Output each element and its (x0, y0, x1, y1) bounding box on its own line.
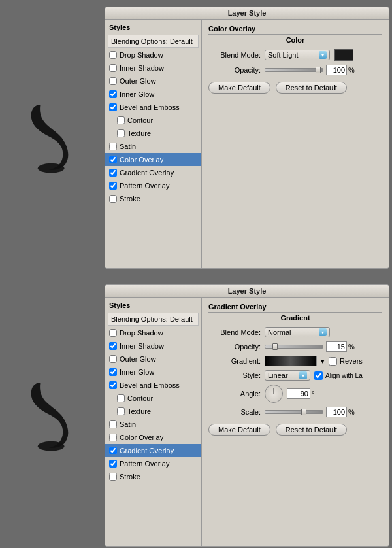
checkbox-outer-glow-1[interactable] (109, 77, 117, 85)
scale-slider-thumb-2[interactable] (301, 409, 306, 415)
checkbox-inner-shadow-2[interactable] (109, 342, 117, 350)
style-gradient-overlay-1[interactable]: Gradient Overlay (105, 166, 201, 179)
checkbox-satin-1[interactable] (109, 143, 117, 150)
checkbox-drop-shadow-2[interactable] (109, 329, 117, 337)
effect-panel-1: Color Overlay Color Blend Mode: Soft Lig… (202, 20, 389, 268)
checkbox-stroke-1[interactable] (109, 195, 117, 203)
style-stroke-2[interactable]: Stroke (105, 470, 201, 483)
svg-point-0 (38, 163, 65, 173)
make-default-btn-1[interactable]: Make Default (208, 82, 270, 94)
scale-unit-2: % (348, 408, 355, 416)
make-default-btn-2[interactable]: Make Default (208, 424, 270, 436)
opacity-input-1[interactable] (326, 65, 347, 75)
style-outer-glow-2[interactable]: Outer Glow (105, 352, 201, 366)
opacity-slider-track-1[interactable] (265, 68, 323, 72)
style-bevel-emboss-2[interactable]: Bevel and Emboss (105, 379, 201, 392)
style-arrow-2: ▾ (299, 371, 307, 379)
opacity-input-2[interactable] (326, 341, 347, 352)
scale-row-2: Scale: % (208, 407, 382, 417)
style-drop-shadow-2[interactable]: Drop Shadow (105, 326, 201, 339)
style-pattern-overlay-2[interactable]: Pattern Overlay (105, 457, 201, 470)
style-row-2: Style: Linear ▾ Align with La (208, 370, 382, 381)
opacity-slider-thumb-2[interactable] (272, 343, 278, 350)
checkbox-outer-glow-2[interactable] (109, 355, 117, 363)
gradient-arrow-2[interactable]: ▾ (321, 357, 325, 366)
blend-mode-value-2: Normal (268, 328, 316, 336)
styles-list-title-1: Styles (105, 22, 201, 34)
panel-title-2: Layer Style (105, 285, 389, 298)
checkbox-contour-1[interactable] (117, 116, 125, 124)
checkbox-stroke-2[interactable] (109, 473, 117, 481)
checkbox-inner-glow-2[interactable] (109, 368, 117, 376)
style-value-2: Linear (268, 371, 297, 379)
align-checkbox-2[interactable] (314, 371, 323, 380)
checkbox-gradient-overlay-1[interactable] (109, 169, 117, 177)
blend-mode-select-2[interactable]: Normal ▾ (265, 327, 330, 337)
style-contour-1[interactable]: Contour (105, 114, 201, 127)
style-inner-shadow-2[interactable]: Inner Shadow (105, 339, 201, 352)
checkbox-drop-shadow-1[interactable] (109, 51, 117, 59)
style-drop-shadow-1[interactable]: Drop Shadow (105, 48, 201, 61)
style-texture-1[interactable]: Texture (105, 127, 201, 140)
angle-dial-line-2 (274, 388, 274, 394)
checkbox-bevel-emboss-2[interactable] (109, 381, 117, 389)
opacity-row-2: Opacity: % (208, 341, 382, 352)
style-outer-glow-1[interactable]: Outer Glow (105, 75, 201, 88)
style-color-overlay-1[interactable]: Color Overlay (105, 153, 201, 166)
blend-mode-row-2: Blend Mode: Normal ▾ (208, 327, 382, 337)
angle-unit-2: ° (312, 390, 314, 398)
style-inner-glow-1[interactable]: Inner Glow (105, 88, 201, 101)
panel-section-2: Layer Style Styles Blending Options: Def… (0, 278, 392, 548)
opacity-label-1: Opacity: (208, 66, 261, 74)
checkbox-texture-2[interactable] (117, 407, 125, 415)
reset-default-btn-2[interactable]: Reset to Default (276, 424, 347, 436)
style-stroke-1[interactable]: Stroke (105, 192, 201, 205)
style-inner-shadow-1[interactable]: Inner Shadow (105, 61, 201, 75)
checkbox-pattern-overlay-1[interactable] (109, 182, 117, 190)
scale-slider-container-2: % (265, 407, 355, 417)
style-texture-2[interactable]: Texture (105, 405, 201, 418)
scale-input-2[interactable] (326, 407, 347, 417)
blending-options-1[interactable]: Blending Options: Default (108, 35, 199, 48)
scale-slider-track-2[interactable] (265, 410, 323, 414)
angle-label-2: Angle: (208, 390, 261, 398)
checkbox-color-overlay-2[interactable] (109, 434, 117, 441)
checkbox-contour-2[interactable] (117, 394, 125, 402)
style-satin-1[interactable]: Satin (105, 140, 201, 153)
blend-mode-select-1[interactable]: Soft Light ▾ (265, 50, 330, 60)
effect-sub-title-1: Color (208, 36, 382, 44)
checkbox-color-overlay-1[interactable] (109, 156, 117, 163)
checkbox-gradient-overlay-2[interactable] (109, 447, 117, 454)
gradient-row-2: Gradient: ▾ Revers (208, 356, 382, 366)
checkbox-inner-shadow-1[interactable] (109, 64, 117, 72)
checkbox-inner-glow-1[interactable] (109, 90, 117, 98)
gradient-bar-2[interactable] (265, 356, 317, 366)
style-color-overlay-2[interactable]: Color Overlay (105, 431, 201, 444)
opacity-slider-container-1: % (265, 65, 355, 75)
style-contour-2[interactable]: Contour (105, 392, 201, 405)
opacity-slider-thumb-1[interactable] (316, 67, 321, 73)
reverse-checkbox-2[interactable] (329, 357, 337, 366)
angle-row-2: Angle: ° (208, 385, 382, 403)
style-inner-glow-2[interactable]: Inner Glow (105, 366, 201, 379)
opacity-row-1: Opacity: % (208, 65, 382, 75)
reset-default-btn-1[interactable]: Reset to Default (276, 82, 347, 94)
color-swatch-1[interactable] (334, 49, 353, 61)
checkbox-texture-1[interactable] (117, 129, 125, 137)
style-select-2[interactable]: Linear ▾ (265, 370, 310, 381)
scale-label-2: Scale: (208, 408, 261, 416)
preview-area-2 (0, 284, 105, 547)
style-pattern-overlay-1[interactable]: Pattern Overlay (105, 179, 201, 192)
style-satin-2[interactable]: Satin (105, 418, 201, 431)
reverse-label-2: Revers (340, 357, 363, 365)
layer-style-panel-1: Layer Style Styles Blending Options: Def… (105, 7, 389, 269)
blending-options-2[interactable]: Blending Options: Default (108, 313, 199, 326)
style-bevel-emboss-1[interactable]: Bevel and Emboss (105, 101, 201, 114)
angle-input-2[interactable] (287, 388, 310, 399)
style-gradient-overlay-2[interactable]: Gradient Overlay (105, 444, 201, 457)
angle-dial-2[interactable] (265, 385, 283, 403)
checkbox-pattern-overlay-2[interactable] (109, 460, 117, 468)
checkbox-satin-2[interactable] (109, 420, 117, 428)
opacity-slider-track-2[interactable] (265, 345, 323, 349)
checkbox-bevel-emboss-1[interactable] (109, 103, 117, 111)
